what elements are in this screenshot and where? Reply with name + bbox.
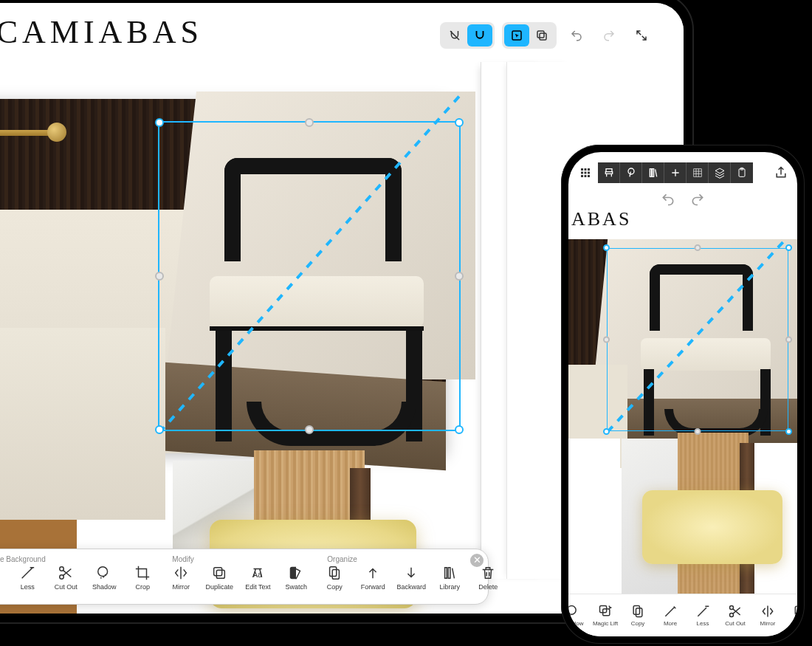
grid-toggle-button[interactable]: [687, 162, 709, 183]
backward-button[interactable]: Backward: [393, 565, 430, 591]
library-nav-button[interactable]: [642, 162, 664, 183]
cutout-button[interactable]: Cut Out: [719, 604, 751, 627]
clipboard-button[interactable]: [731, 162, 753, 183]
magnet-off-icon: [448, 29, 461, 42]
snap-on-button[interactable]: [467, 24, 492, 47]
mirror-icon: [760, 604, 775, 619]
arrow-up-icon: [365, 565, 381, 581]
copy-icon: [326, 565, 343, 581]
iphone-context-toolbar: Shadow Magic Lift Copy More Less Cut Out…: [568, 594, 797, 636]
shadow-icon: [96, 565, 112, 581]
page-title: ABAS: [571, 208, 631, 230]
section-modify: Modify: [172, 555, 327, 563]
svg-rect-25: [795, 606, 797, 615]
magic-lift-button[interactable]: Magic Lift: [589, 604, 622, 627]
wand-plus-icon: [663, 604, 678, 619]
wand-minus-icon: [695, 604, 710, 619]
library-button[interactable]: Library: [784, 604, 797, 627]
edittext-button[interactable]: AaEdit Text: [239, 565, 276, 591]
snap-off-button[interactable]: [442, 24, 467, 47]
swatch-plaster-2[interactable]: [0, 328, 165, 520]
shadow-icon: [568, 604, 580, 619]
svg-rect-1: [537, 31, 544, 38]
duplicate-icon: [211, 565, 227, 581]
select-icon: [510, 29, 523, 42]
arrow-down-icon: [403, 565, 419, 581]
iphone-undo-redo: [568, 192, 797, 210]
add-button[interactable]: [664, 162, 687, 183]
expand-icon: [635, 29, 648, 42]
share-icon: [774, 165, 788, 180]
less-button[interactable]: Less: [687, 604, 719, 627]
select-mode-button[interactable]: [504, 24, 529, 47]
text-icon: Aa: [250, 565, 266, 581]
snap-group: [440, 22, 495, 49]
apps-grid-button[interactable]: [574, 162, 596, 183]
duplicate-icon: [535, 29, 548, 42]
copy-button[interactable]: Copy: [622, 604, 654, 627]
pinterest-button[interactable]: [620, 162, 642, 183]
library-button[interactable]: Library: [431, 565, 468, 591]
close-toolbar-button[interactable]: ✕: [470, 554, 484, 567]
layers-icon: [714, 167, 726, 179]
svg-rect-10: [217, 570, 225, 578]
more-button[interactable]: More: [654, 604, 687, 627]
less-button[interactable]: Less: [9, 565, 46, 591]
mirror-button[interactable]: Mirror: [751, 604, 784, 627]
books-icon: [647, 167, 659, 179]
wand-minus-icon: [19, 565, 35, 581]
iphone-canvas[interactable]: [568, 239, 797, 598]
undo-button[interactable]: [564, 24, 589, 47]
svg-rect-12: [330, 567, 337, 577]
page-title: ICAMIABAS: [0, 13, 203, 51]
svg-point-18: [568, 606, 576, 615]
undo-icon: [570, 29, 583, 42]
page-stack-edge2: [506, 62, 543, 579]
share-button[interactable]: [771, 162, 791, 183]
top-toolbar: [440, 22, 654, 49]
trash-icon: [480, 565, 496, 581]
forward-button[interactable]: Forward: [354, 565, 391, 591]
chair-image[interactable]: [620, 257, 782, 434]
copy-button[interactable]: Copy: [316, 565, 353, 591]
context-toolbar: ✕ Magic Lift Remove Background Modify Or…: [0, 549, 489, 605]
cutout-button[interactable]: Cut Out: [47, 565, 84, 591]
mesh-icon: [692, 167, 703, 179]
lamp-shade[interactable]: [642, 490, 782, 564]
shadow-button[interactable]: Shadow: [86, 565, 123, 591]
toolbar-section-headers: Remove Background Modify Organize: [0, 554, 506, 563]
select-group: [502, 22, 557, 49]
swatch-button[interactable]: Swatch: [278, 565, 314, 591]
brass-knob[interactable]: [47, 123, 66, 142]
undo-button[interactable]: [661, 192, 675, 210]
svg-rect-22: [636, 608, 642, 617]
more-button[interactable]: More: [0, 565, 7, 591]
chair-image[interactable]: [180, 143, 446, 453]
library-icon: [441, 565, 458, 581]
plus-icon: [670, 167, 681, 179]
undo-icon: [661, 192, 675, 207]
scissors-icon: [728, 604, 743, 619]
redo-icon: [602, 29, 616, 42]
furniture-button[interactable]: [598, 162, 620, 183]
multi-select-button[interactable]: [529, 24, 554, 47]
shadow-button[interactable]: Shadow: [568, 604, 589, 627]
svg-point-14: [628, 168, 634, 174]
svg-text:Aa: Aa: [252, 570, 263, 579]
section-remove-bg: Remove Background: [0, 555, 172, 563]
layers-button[interactable]: [709, 162, 731, 183]
crop-button[interactable]: Crop: [124, 565, 161, 591]
redo-button[interactable]: [596, 24, 622, 47]
library-plus-icon: [793, 604, 797, 619]
duplicate-button[interactable]: Duplicate: [201, 565, 238, 591]
clipboard-icon: [736, 167, 748, 179]
magnet-icon: [473, 29, 486, 42]
mirror-button[interactable]: Mirror: [162, 565, 199, 591]
svg-rect-2: [540, 33, 546, 40]
redo-button[interactable]: [690, 192, 705, 210]
delete-button[interactable]: Delete: [469, 565, 506, 591]
fullscreen-button[interactable]: [629, 24, 654, 47]
scissors-icon: [58, 565, 74, 581]
pinterest-icon: [625, 167, 637, 179]
swatch-icon: [288, 565, 304, 581]
